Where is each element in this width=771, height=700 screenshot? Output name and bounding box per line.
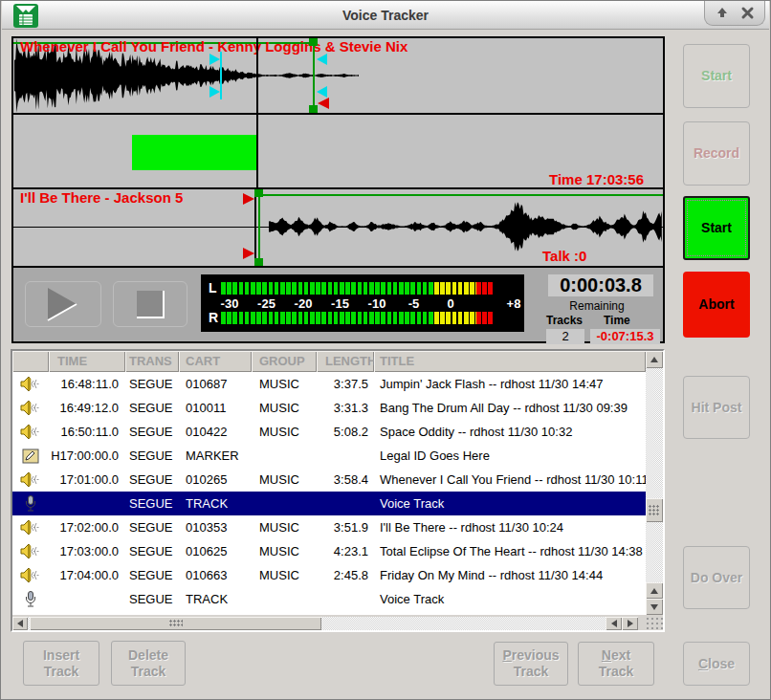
voicetrack-panel[interactable]: Time 17:03:56 <box>13 115 663 187</box>
cell-title: Legal ID Goes Here <box>374 444 646 468</box>
horizontal-scroll-thumb[interactable] <box>30 617 321 630</box>
log-row[interactable]: 17:04:00.0SEGUE010663MUSIC2:45.8Friday O… <box>12 563 646 587</box>
fade-marker-top-icon[interactable] <box>209 54 220 65</box>
log-row[interactable]: 17:03:00.0SEGUE010625MUSIC4:23.1Total Ec… <box>12 539 646 563</box>
current-time-label: Time 17:03:56 <box>549 171 644 187</box>
meter-right-label: R <box>209 310 218 325</box>
speaker-icon <box>20 424 41 440</box>
track2-handle-bottom[interactable] <box>254 258 263 266</box>
titlebar[interactable]: Voice Tracker <box>2 1 769 30</box>
column-header-time[interactable]: TIME <box>49 351 125 372</box>
horizontal-scrollbar[interactable] <box>12 617 638 630</box>
cell-group: MUSIC <box>252 396 317 420</box>
vertical-scroll-thumb[interactable] <box>646 498 663 522</box>
previous-track-button[interactable]: PreviousTrack <box>494 642 568 686</box>
window-title: Voice Tracker <box>2 8 769 23</box>
speaker-icon <box>20 519 41 536</box>
track1-waveform-panel[interactable]: Whenever I Call You Friend - Kenny Loggi… <box>13 38 663 113</box>
log-row[interactable]: 16:49:12.0SEGUE010011MUSIC3:31.3Bang The… <box>12 396 646 420</box>
fade-marker2-top-icon[interactable] <box>317 54 327 65</box>
abort-button[interactable]: Abort <box>683 272 750 338</box>
cell-cart: 010663 <box>179 563 252 587</box>
fade-marker-bottom-icon[interactable] <box>209 86 220 98</box>
log-row[interactable]: SEGUETRACKVoice Track <box>12 587 646 611</box>
cell-group: MUSIC <box>252 515 317 539</box>
start-track2-button[interactable]: Start <box>683 196 750 260</box>
track2-start-marker[interactable] <box>258 189 260 266</box>
track2-handle-top[interactable] <box>254 189 263 197</box>
track2-title: I'll Be There - Jackson 5 <box>20 189 183 206</box>
cell-group: MUSIC <box>252 468 317 492</box>
tracks-remaining-value: 2 <box>546 329 584 344</box>
scroll-down-button[interactable] <box>646 599 663 615</box>
segue-handle-bottom[interactable] <box>309 105 318 113</box>
speaker-icon <box>20 400 41 416</box>
cell-title: I'll Be There -- rdhost 11/30 10:24 <box>374 515 646 539</box>
log-table-header[interactable]: TIMETRANSCARTGROUPLENGTHTITLE <box>12 351 646 372</box>
track1-title: Whenever I Call You Friend - Kenny Loggi… <box>20 38 408 55</box>
segue-marker-line[interactable] <box>313 38 315 113</box>
stop-icon <box>136 290 165 318</box>
cell-time: 16:48:11.0 <box>49 372 125 396</box>
insert-track-button[interactable]: Insert Track <box>23 641 99 686</box>
track2-marker-top-icon[interactable] <box>243 193 254 205</box>
column-header-title[interactable]: TITLE <box>374 351 646 372</box>
scroll-left-button[interactable] <box>12 617 28 630</box>
scroll-up-button[interactable] <box>646 351 663 368</box>
cell-trans: SEGUE <box>125 420 179 444</box>
scroll-up-button-2[interactable] <box>646 582 663 599</box>
track2-marker-bottom-icon[interactable] <box>243 248 254 259</box>
play-button[interactable] <box>25 281 101 327</box>
log-row[interactable]: 17:01:00.0SEGUE010265MUSIC3:58.4Whenever… <box>12 468 646 492</box>
do-over-button[interactable]: Do Over <box>683 546 750 609</box>
record-button[interactable]: Record <box>683 121 750 186</box>
cell-trans: SEGUE <box>125 444 179 468</box>
track2-waveform-panel[interactable]: I'll Be There - Jackson 5 Talk :0 <box>13 189 663 266</box>
vertical-scrollbar[interactable] <box>646 351 663 615</box>
cell-time <box>49 492 125 515</box>
log-row[interactable]: 17:02:00.0SEGUE010353MUSIC3:51.9I'll Be … <box>12 515 646 539</box>
cell-trans: SEGUE <box>125 468 179 492</box>
scroll-left-button-2[interactable] <box>606 617 622 630</box>
speaker-icon <box>20 471 41 488</box>
meter-scale-label: -10 <box>363 296 390 311</box>
cell-group <box>252 587 317 611</box>
cell-trans: SEGUE <box>125 539 179 563</box>
stop-button[interactable] <box>113 281 187 327</box>
column-header-trans[interactable]: TRANS <box>125 351 179 372</box>
playhead-line-3 <box>254 189 256 266</box>
speaker-icon <box>20 376 41 392</box>
cell-time: 17:02:00.0 <box>49 515 125 539</box>
cell-cart: 010422 <box>179 420 252 444</box>
meter-scale-label: -15 <box>327 296 354 311</box>
maximize-icon[interactable] <box>715 5 730 20</box>
log-row[interactable]: 16:48:11.0SEGUE010687MUSIC3:37.5Jumpin' … <box>12 372 646 396</box>
column-header-icon[interactable] <box>12 351 49 372</box>
log-row[interactable]: H17:00:00.0SEGUEMARKERLegal ID Goes Here <box>12 444 646 468</box>
cell-cart: 010687 <box>179 372 252 396</box>
close-button[interactable]: Close <box>683 642 750 686</box>
meter-scale-label: +8 <box>500 296 527 311</box>
cell-cart: TRACK <box>179 492 252 515</box>
scroll-right-button[interactable] <box>622 617 638 630</box>
cell-title: Voice Track <box>374 492 646 515</box>
fade-marker2-bottom-icon[interactable] <box>317 86 327 98</box>
column-header-group[interactable]: GROUP <box>252 351 317 372</box>
time-remaining-value: -0:07:15.3 <box>590 329 660 344</box>
column-header-length[interactable]: LENGTH <box>317 351 374 372</box>
fadeout-marker-line[interactable] <box>220 52 222 99</box>
time-label: Time <box>604 314 630 327</box>
segue-end-marker-icon[interactable] <box>318 98 329 109</box>
close-icon[interactable] <box>740 6 755 20</box>
voicetrack-region[interactable] <box>132 135 257 170</box>
column-header-cart[interactable]: CART <box>179 351 252 372</box>
segue-handle-top[interactable] <box>309 38 318 46</box>
elapsed-time-display: 0:00:03.8 <box>548 274 653 296</box>
meter-scale-label: -25 <box>253 296 280 311</box>
delete-track-button[interactable]: Delete Track <box>111 641 186 686</box>
start-track1-button[interactable]: Start <box>683 44 750 108</box>
next-track-button[interactable]: NextTrack <box>578 642 654 686</box>
hit-post-button[interactable]: Hit Post <box>683 376 750 439</box>
log-row-selected[interactable]: SEGUETRACKVoice Track <box>12 492 646 515</box>
log-row[interactable]: 16:50:11.0SEGUE010422MUSIC5:08.2Space Od… <box>12 420 646 444</box>
